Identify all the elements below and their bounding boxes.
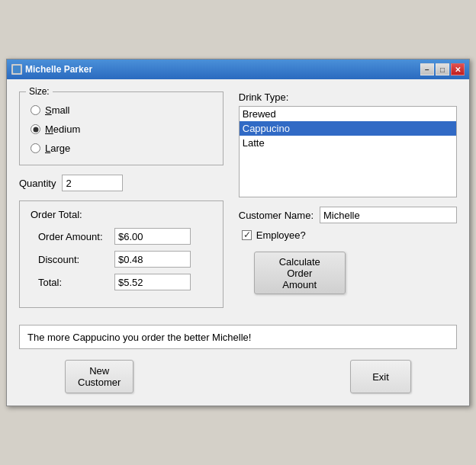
order-amount-label: Order Amount: bbox=[38, 231, 114, 242]
calculate-button[interactable]: Calculate OrderAmount bbox=[254, 252, 346, 294]
discount-label: Discount: bbox=[38, 254, 114, 265]
size-small-label: Small bbox=[45, 104, 70, 116]
size-group-title: Size: bbox=[26, 86, 53, 97]
title-bar-left: Michelle Parker bbox=[11, 64, 92, 75]
total-label: Total: bbox=[38, 277, 114, 288]
left-panel: Size: Small Medium Large bbox=[19, 91, 224, 317]
size-medium-radio[interactable] bbox=[31, 124, 40, 134]
message-area: The more Cappucino you order the better … bbox=[19, 325, 457, 349]
calc-button-container: Calculate OrderAmount bbox=[239, 252, 457, 294]
drink-type-section: Drink Type: Brewed Cappucino Latte bbox=[239, 91, 457, 197]
drink-type-listbox[interactable]: Brewed Cappucino Latte bbox=[239, 106, 457, 197]
discount-input[interactable] bbox=[114, 251, 191, 268]
new-customer-button[interactable]: NewCustomer bbox=[65, 360, 133, 393]
maximize-button[interactable]: □ bbox=[436, 63, 449, 75]
order-amount-input[interactable] bbox=[114, 228, 191, 245]
customer-name-row: Customer Name: bbox=[239, 207, 457, 223]
size-large-option[interactable]: Large bbox=[31, 143, 212, 154]
close-button[interactable]: ✕ bbox=[451, 63, 465, 75]
quantity-input[interactable] bbox=[62, 175, 123, 191]
drink-brewed[interactable]: Brewed bbox=[240, 107, 456, 121]
size-group: Size: Small Medium Large bbox=[19, 91, 224, 165]
order-total-group: Order Total: Order Amount: Discount: Tot… bbox=[19, 200, 224, 308]
main-window: Michelle Parker − □ ✕ Size: Small bbox=[6, 59, 470, 406]
total-input[interactable] bbox=[114, 274, 191, 290]
drink-latte[interactable]: Latte bbox=[240, 136, 456, 150]
window-body: Size: Small Medium Large bbox=[7, 79, 469, 406]
total-row: Total: bbox=[31, 274, 212, 290]
size-small-radio[interactable] bbox=[31, 105, 40, 115]
svg-rect-0 bbox=[13, 66, 21, 73]
order-total-title: Order Total: bbox=[31, 209, 212, 220]
title-buttons: − □ ✕ bbox=[420, 63, 465, 75]
drink-type-label: Drink Type: bbox=[239, 91, 457, 103]
size-large-label: Large bbox=[45, 143, 70, 154]
radio-group: Small Medium Large bbox=[31, 100, 212, 154]
quantity-label: Quantity bbox=[19, 178, 56, 189]
order-amount-row: Order Amount: bbox=[31, 228, 212, 245]
message-box: The more Cappucino you order the better … bbox=[19, 325, 457, 349]
size-medium-label: Medium bbox=[45, 123, 80, 135]
size-small-option[interactable]: Small bbox=[31, 104, 212, 116]
app-icon bbox=[11, 64, 22, 75]
message-text: The more Cappucino you order the better … bbox=[27, 332, 251, 343]
window-title: Michelle Parker bbox=[25, 64, 92, 75]
customer-name-input[interactable] bbox=[320, 207, 457, 223]
minimize-button[interactable]: − bbox=[420, 63, 434, 75]
right-panel: Drink Type: Brewed Cappucino Latte Custo… bbox=[239, 91, 457, 317]
employee-checkbox[interactable] bbox=[242, 230, 252, 240]
main-layout: Size: Small Medium Large bbox=[19, 91, 457, 317]
quantity-row: Quantity bbox=[19, 175, 224, 191]
bottom-buttons: NewCustomer Exit bbox=[19, 360, 457, 393]
size-medium-option[interactable]: Medium bbox=[31, 123, 212, 135]
discount-row: Discount: bbox=[31, 251, 212, 268]
exit-button[interactable]: Exit bbox=[350, 360, 411, 393]
title-bar: Michelle Parker − □ ✕ bbox=[7, 59, 469, 79]
drink-cappucino[interactable]: Cappucino bbox=[240, 121, 456, 136]
customer-name-label: Customer Name: bbox=[239, 210, 314, 221]
employee-row: Employee? bbox=[239, 229, 457, 241]
employee-label: Employee? bbox=[256, 229, 306, 241]
size-large-radio[interactable] bbox=[31, 143, 40, 153]
